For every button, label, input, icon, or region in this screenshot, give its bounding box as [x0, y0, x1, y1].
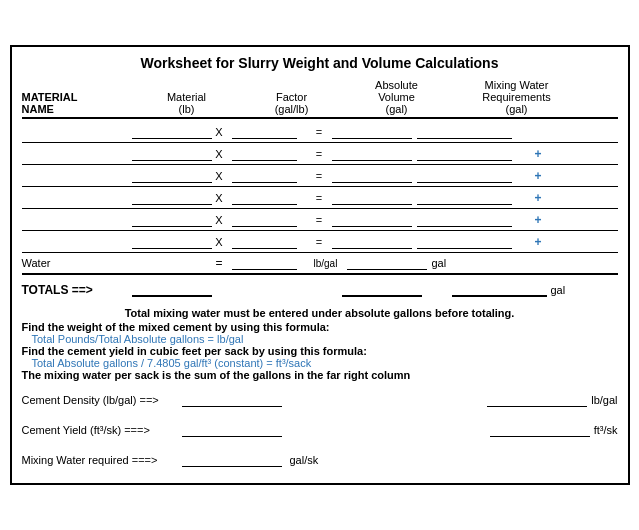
- data-row: X = +: [22, 165, 618, 187]
- note1: Total mixing water must be entered under…: [22, 307, 618, 319]
- water-label: Water: [22, 257, 132, 269]
- multiply-sign: X: [212, 126, 227, 138]
- water-factor-input[interactable]: [232, 256, 297, 270]
- factor-input[interactable]: [232, 235, 297, 249]
- bottom-section: Cement Density (lb/gal) ==> lb/gal Cemen…: [22, 389, 618, 471]
- multiply-sign: X: [212, 192, 227, 204]
- totals-mixing-input[interactable]: [452, 283, 547, 297]
- data-row: X = +: [22, 209, 618, 231]
- data-row: X = +: [22, 187, 618, 209]
- abs-vol-input[interactable]: [332, 213, 412, 227]
- multiply-sign: X: [212, 214, 227, 226]
- equals-sign: =: [312, 192, 327, 204]
- multiply-sign: X: [212, 170, 227, 182]
- mixing-water-input[interactable]: [417, 235, 512, 249]
- material-lb-input[interactable]: [132, 213, 212, 227]
- plus-sign: +: [527, 169, 542, 183]
- multiply-sign: X: [212, 148, 227, 160]
- mixing-water-input[interactable]: [417, 169, 512, 183]
- factor-input[interactable]: [232, 125, 297, 139]
- plus-sign: +: [527, 213, 542, 227]
- cement-yield-unit: ft³/sk: [594, 424, 618, 436]
- mixing-water-unit: gal/sk: [290, 454, 319, 466]
- multiply-sign: X: [212, 236, 227, 248]
- mixing-water-required-row: Mixing Water required ===> gal/sk: [22, 449, 618, 471]
- plus-sign: +: [527, 235, 542, 249]
- factor-input[interactable]: [232, 169, 297, 183]
- worksheet-title: Worksheet for Slurry Weight and Volume C…: [22, 55, 618, 71]
- mixing-water-label: Mixing Water required ===>: [22, 454, 182, 466]
- header-absolute-volume: AbsoluteVolume(gal): [342, 79, 452, 115]
- material-lb-input[interactable]: [132, 125, 212, 139]
- material-lb-input[interactable]: [132, 147, 212, 161]
- cement-density-unit: lb/gal: [591, 394, 617, 406]
- plus-sign: +: [527, 191, 542, 205]
- cement-yield-input[interactable]: [182, 423, 282, 437]
- equals-sign: =: [312, 236, 327, 248]
- abs-vol-input[interactable]: [332, 125, 412, 139]
- equals-sign: =: [312, 170, 327, 182]
- equals-sign: =: [312, 126, 327, 138]
- header-factor: Factor(gal/lb): [242, 91, 342, 115]
- data-row: X = +: [22, 143, 618, 165]
- totals-label: TOTALS ==>: [22, 283, 132, 297]
- equals-sign: =: [312, 214, 327, 226]
- note4: The mixing water per sack is the sum of …: [22, 369, 618, 381]
- water-row: Water = lb/gal gal: [22, 253, 618, 275]
- mixing-water-input[interactable]: [417, 125, 512, 139]
- water-abs-input[interactable]: [347, 256, 427, 270]
- header-mixing-water: Mixing WaterRequirements(gal): [452, 79, 582, 115]
- material-lb-input[interactable]: [132, 169, 212, 183]
- worksheet: Worksheet for Slurry Weight and Volume C…: [10, 45, 630, 485]
- header-material-name: MATERIALNAME: [22, 91, 132, 115]
- cement-yield-label: Cement Yield (ft³/sk) ===>: [22, 424, 182, 436]
- factor-input[interactable]: [232, 147, 297, 161]
- totals-material-input[interactable]: [132, 283, 212, 297]
- abs-vol-input[interactable]: [332, 169, 412, 183]
- header-material-lb: Material(lb): [132, 91, 242, 115]
- totals-row: TOTALS ==> gal: [22, 275, 618, 301]
- factor-input[interactable]: [232, 191, 297, 205]
- material-lb-input[interactable]: [132, 235, 212, 249]
- note2-formula: Total Pounds/Total Absolute gallons = lb…: [32, 333, 618, 345]
- abs-vol-input[interactable]: [332, 235, 412, 249]
- abs-vol-input[interactable]: [332, 147, 412, 161]
- water-unit: lb/gal: [314, 258, 338, 269]
- data-row: X =: [22, 121, 618, 143]
- cement-yield-row: Cement Yield (ft³/sk) ===> ft³/sk: [22, 419, 618, 441]
- totals-abs-input[interactable]: [342, 283, 422, 297]
- cement-density-label: Cement Density (lb/gal) ==>: [22, 394, 182, 406]
- abs-vol-input[interactable]: [332, 191, 412, 205]
- material-lb-input[interactable]: [132, 191, 212, 205]
- water-equals: =: [212, 256, 227, 270]
- cement-density-right-input[interactable]: [487, 393, 587, 407]
- cement-density-input[interactable]: [182, 393, 282, 407]
- cement-yield-right-input[interactable]: [490, 423, 590, 437]
- factor-input[interactable]: [232, 213, 297, 227]
- mixing-water-required-input[interactable]: [182, 453, 282, 467]
- notes-section: Total mixing water must be entered under…: [22, 307, 618, 381]
- note3: Find the cement yield in cubic feet per …: [22, 345, 618, 357]
- plus-sign: +: [527, 147, 542, 161]
- mixing-water-input[interactable]: [417, 213, 512, 227]
- header-row: MATERIALNAME Material(lb) Factor(gal/lb)…: [22, 79, 618, 119]
- cement-density-row: Cement Density (lb/gal) ==> lb/gal: [22, 389, 618, 411]
- note2: Find the weight of the mixed cement by u…: [22, 321, 618, 333]
- mixing-water-input[interactable]: [417, 147, 512, 161]
- equals-sign: =: [312, 148, 327, 160]
- data-row: X = +: [22, 231, 618, 253]
- water-gal: gal: [431, 257, 446, 269]
- totals-gal: gal: [551, 284, 566, 296]
- note3-formula: Total Absolute gallons / 7.4805 gal/ft³ …: [32, 357, 618, 369]
- mixing-water-input[interactable]: [417, 191, 512, 205]
